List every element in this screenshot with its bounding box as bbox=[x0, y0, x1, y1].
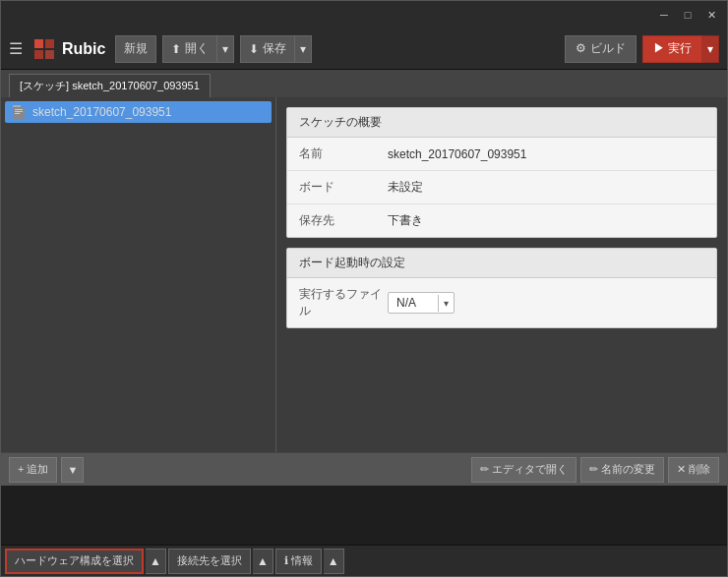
maximize-button[interactable]: □ bbox=[680, 7, 696, 23]
logo: Rubic bbox=[32, 37, 105, 61]
open-editor-button[interactable]: ✏ エディタで開く bbox=[471, 457, 576, 483]
save-icon: ⬇ bbox=[249, 42, 259, 56]
name-row: 名前 sketch_20170607_093951 bbox=[287, 138, 716, 171]
rubic-logo-icon bbox=[32, 37, 56, 61]
board-label: ボード bbox=[299, 179, 388, 196]
connection-select-button[interactable]: 接続先を選択 bbox=[168, 548, 251, 574]
exec-file-label: 実行するファイル bbox=[299, 286, 388, 319]
toolbar: ☰ Rubic 新規 ⬆ 開く ▾ ⬇ 保存 ▾ ⚙ ビル bbox=[1, 29, 727, 70]
name-value: sketch_20170607_093951 bbox=[388, 147, 526, 161]
titlebar-buttons: ─ □ ✕ bbox=[656, 7, 719, 23]
logo-text: Rubic bbox=[62, 40, 105, 58]
file-tree: sketch_20170607_093951 bbox=[1, 97, 275, 452]
new-button[interactable]: 新規 bbox=[115, 35, 156, 63]
exec-file-dropdown[interactable]: N/A ▾ bbox=[388, 292, 455, 314]
close-button[interactable]: ✕ bbox=[703, 7, 719, 23]
exec-file-dropdown-arrow-icon[interactable]: ▾ bbox=[438, 295, 454, 312]
hardware-config-button[interactable]: ハードウェア構成を選択 bbox=[5, 548, 144, 574]
save-dropdown-button[interactable]: ▾ bbox=[295, 35, 312, 63]
svg-rect-3 bbox=[45, 50, 54, 59]
svg-rect-1 bbox=[45, 39, 54, 48]
open-icon: ⬆ bbox=[171, 42, 181, 56]
main-window: ─ □ ✕ ☰ Rubic 新規 ⬆ 開く ▾ ⬇ bbox=[0, 0, 728, 577]
hardware-config-arrow-icon[interactable]: ▲ bbox=[146, 548, 166, 574]
console-area bbox=[1, 486, 727, 545]
boot-settings-header: ボード起動時の設定 bbox=[287, 249, 716, 278]
run-dropdown-button[interactable]: ▾ bbox=[702, 35, 719, 63]
tabbar: [スケッチ] sketch_20170607_093951 bbox=[1, 70, 727, 97]
status-bar: ハードウェア構成を選択 ▲ 接続先を選択 ▲ ℹ 情報 ▲ bbox=[1, 545, 727, 576]
save-dest-value: 下書き bbox=[388, 212, 423, 229]
titlebar: ─ □ ✕ bbox=[1, 1, 727, 29]
board-value: 未設定 bbox=[388, 179, 423, 196]
name-label: 名前 bbox=[299, 145, 388, 162]
svg-rect-2 bbox=[34, 50, 43, 59]
exec-file-value: N/A bbox=[389, 293, 438, 313]
right-panel: スケッチの概要 名前 sketch_20170607_093951 ボード 未設… bbox=[276, 97, 727, 452]
minimize-button[interactable]: ─ bbox=[656, 7, 672, 23]
save-dest-row: 保存先 下書き bbox=[287, 204, 716, 237]
svg-rect-6 bbox=[15, 109, 23, 110]
connection-select-arrow-icon[interactable]: ▲ bbox=[253, 548, 273, 574]
add-button[interactable]: + 追加 bbox=[9, 457, 57, 483]
open-dropdown-button[interactable]: ▾ bbox=[217, 35, 234, 63]
main-content: sketch_20170607_093951 スケッチの概要 名前 sketch… bbox=[1, 97, 727, 452]
sketch-overview-section: スケッチの概要 名前 sketch_20170607_093951 ボード 未設… bbox=[286, 107, 717, 238]
file-icon bbox=[11, 104, 27, 120]
bottom-action-bar: + 追加 ▼ ✏ エディタで開く ✏ 名前の変更 ✕ 削除 bbox=[1, 452, 727, 486]
hamburger-menu-button[interactable]: ☰ bbox=[9, 39, 23, 58]
svg-rect-4 bbox=[13, 105, 21, 107]
open-button[interactable]: ⬆ 開く bbox=[162, 35, 217, 63]
save-button[interactable]: ⬇ 保存 bbox=[240, 35, 295, 63]
info-arrow-icon[interactable]: ▲ bbox=[324, 548, 344, 574]
svg-rect-7 bbox=[15, 111, 23, 112]
svg-rect-0 bbox=[34, 39, 43, 48]
info-button[interactable]: ℹ 情報 bbox=[275, 548, 322, 574]
sketch-tab[interactable]: [スケッチ] sketch_20170607_093951 bbox=[9, 74, 211, 97]
run-button[interactable]: ▶ 実行 bbox=[642, 35, 702, 63]
svg-rect-8 bbox=[15, 113, 20, 114]
board-row: ボード 未設定 bbox=[287, 171, 716, 204]
left-panel: sketch_20170607_093951 bbox=[1, 97, 276, 452]
build-button[interactable]: ⚙ ビルド bbox=[565, 35, 636, 63]
exec-file-row: 実行するファイル N/A ▾ bbox=[287, 278, 716, 327]
rename-button[interactable]: ✏ 名前の変更 bbox=[580, 457, 664, 483]
boot-settings-section: ボード起動時の設定 実行するファイル N/A ▾ bbox=[286, 248, 717, 328]
sketch-overview-header: スケッチの概要 bbox=[287, 108, 716, 138]
save-dest-label: 保存先 bbox=[299, 212, 388, 229]
delete-button[interactable]: ✕ 削除 bbox=[668, 457, 719, 483]
sketch-file-item[interactable]: sketch_20170607_093951 bbox=[5, 101, 272, 123]
sketch-file-name: sketch_20170607_093951 bbox=[32, 105, 171, 119]
collapse-button[interactable]: ▼ bbox=[61, 457, 84, 483]
